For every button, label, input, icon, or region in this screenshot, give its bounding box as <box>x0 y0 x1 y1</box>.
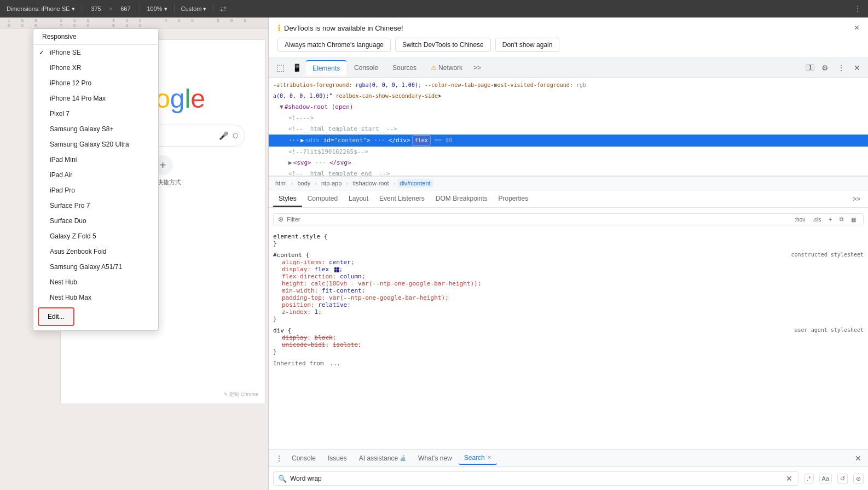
search-tab-close-icon[interactable]: ✕ <box>487 454 491 460</box>
rotate-button[interactable]: ⇄ <box>218 3 229 14</box>
dropdown-item-iphone-xr[interactable]: iPhone XR <box>33 60 158 75</box>
dropdown-item-nest-hub-max[interactable]: Nest Hub Max <box>33 290 158 305</box>
dropdown-item-galaxy-z-fold-5[interactable]: Galaxy Z Fold 5 <box>33 229 158 244</box>
drawer-tab-issues[interactable]: Issues <box>322 452 352 464</box>
tabs-more[interactable]: >> <box>470 62 484 74</box>
div-content-line[interactable]: ··· ▶ <div id="content" > ··· </div> fle… <box>269 135 868 147</box>
breadcrumb-html[interactable]: html <box>273 179 289 188</box>
notification-badge: 1 <box>806 64 814 71</box>
expand-div-icon[interactable]: ▶ <box>300 136 304 145</box>
filter-input[interactable] <box>287 216 789 223</box>
ruler-marks: 100 200 300 400 500 600 700 800 <box>2 18 266 28</box>
dropdown-item-ipad-air[interactable]: iPad Air <box>33 167 158 183</box>
drawer-tab-whats-new[interactable]: What's new <box>413 452 458 464</box>
zoom-label: 100% <box>147 5 162 12</box>
tab-sources[interactable]: Sources <box>386 61 423 75</box>
breadcrumb-sep-1: › <box>291 180 293 186</box>
search-clear-button[interactable]: ✕ <box>785 474 794 483</box>
regex-button[interactable]: .* <box>804 474 813 483</box>
code-attr-text: -attribution-foreground <box>273 80 349 90</box>
tab-layout[interactable]: Layout <box>343 191 374 207</box>
switch-language-button[interactable]: Switch DevTools to Chinese <box>395 38 491 52</box>
drawer-close-button[interactable]: ✕ <box>853 452 864 465</box>
dropdown-item-samsung-a51-71[interactable]: Samsung Galaxy A51/71 <box>33 259 158 275</box>
dropdown-item-surface-duo[interactable]: Surface Duo <box>33 213 158 229</box>
grid-icon <box>334 267 339 272</box>
dimensions-dropdown[interactable]: Dimensions: iPhone SE ▾ <box>4 4 77 14</box>
dropdown-item-samsung-s8plus[interactable]: Samsung Galaxy S8+ <box>33 121 158 137</box>
drawer-tab-console[interactable]: Console <box>286 452 321 464</box>
breadcrumb-ntp-app[interactable]: ntp-app <box>319 179 344 188</box>
edit-button[interactable]: Edit... <box>38 307 74 326</box>
dropdown-item-asus-zenbook-fold[interactable]: Asus Zenbook Fold <box>33 244 158 259</box>
notif-close-button[interactable]: × <box>854 23 859 33</box>
devtools-close-button[interactable]: ✕ <box>850 61 864 74</box>
custom-dropdown[interactable]: Custom ▾ <box>179 4 209 14</box>
element-style-selector: element.style { <box>273 233 327 240</box>
tab-elements[interactable]: Elements <box>306 60 346 75</box>
drawer-tab-search[interactable]: Search ✕ <box>459 452 497 465</box>
expand-icon[interactable]: ▼ <box>280 102 283 112</box>
hov-button[interactable]: :hov <box>792 215 808 224</box>
devtools-more-button[interactable]: ⋮ <box>834 61 848 74</box>
template-end-line: <!--__html_template_end__--> <box>269 168 868 176</box>
tab-properties[interactable]: Properties <box>493 191 534 207</box>
toolbar-separator-2 <box>140 4 140 13</box>
toolbar-separator <box>82 4 82 13</box>
tab-event-listeners[interactable]: Event Listeners <box>374 191 430 207</box>
dropdown-item-iphone-12-pro[interactable]: iPhone 12 Pro <box>33 75 158 91</box>
toolbar-separator-3 <box>174 4 175 13</box>
layout-button[interactable]: ▦ <box>848 215 859 224</box>
tab-console[interactable]: Console <box>348 61 385 75</box>
tab-styles[interactable]: Styles <box>273 191 302 207</box>
breadcrumb-shadow-root[interactable]: #shadow-root <box>350 179 391 188</box>
mic-icon: 🎤 <box>219 131 228 140</box>
case-sensitive-button[interactable]: Aa <box>819 474 832 483</box>
tab-computed[interactable]: Computed <box>302 191 343 207</box>
width-input[interactable] <box>86 5 106 12</box>
shadow-root-line: ▼ #shadow-root (open) <box>269 102 868 113</box>
refresh-button[interactable]: ↺ <box>837 474 848 484</box>
dropdown-item-iphone-se[interactable]: iPhone SE <box>33 45 158 60</box>
three-dots-icon: ··· <box>288 136 299 145</box>
match-language-button[interactable]: Always match Chrome's language <box>277 38 391 52</box>
custom-label: Custom <box>181 5 202 12</box>
height-input[interactable] <box>115 5 135 12</box>
more-button[interactable]: ⋮ <box>852 3 864 14</box>
cancel-search-button[interactable]: ⊘ <box>853 474 864 484</box>
breadcrumb-div-content[interactable]: div#content <box>397 179 432 188</box>
drawer-tab-ai-assistance[interactable]: AI assistance 🔬 <box>354 452 412 464</box>
styles-filter-wrapper: ⊛ :hov .cls + ⧉ ▦ <box>269 208 868 231</box>
dropdown-item-nest-hub[interactable]: Nest Hub <box>33 275 158 290</box>
dropdown-item-surface-pro-7[interactable]: Surface Pro 7 <box>33 198 158 213</box>
align-items-prop: align-items: center; <box>273 259 864 266</box>
dropdown-item-responsive[interactable]: Responsive <box>33 29 158 45</box>
div-close: } <box>273 348 277 355</box>
element-style-close: } <box>273 240 277 247</box>
dropdown-item-ipad-pro[interactable]: iPad Pro <box>33 183 158 198</box>
cls-button[interactable]: .cls <box>810 215 824 224</box>
settings-button[interactable]: ⚙ <box>818 61 832 74</box>
expand-svg-icon[interactable]: ▶ <box>288 158 292 168</box>
device-toggle-button[interactable]: 📱 <box>289 61 305 74</box>
zoom-dropdown[interactable]: 100% ▾ <box>144 4 169 14</box>
dropdown-item-ipad-mini[interactable]: iPad Mini <box>33 152 158 167</box>
search-icon: 🔍 <box>278 475 287 483</box>
svg-line: ▶ <svg> ··· </svg> <box>269 158 868 168</box>
dropdown-item-pixel-7[interactable]: Pixel 7 <box>33 106 158 121</box>
inspect-icon-button[interactable]: ⬚ <box>273 60 288 75</box>
content-close: } <box>273 316 277 323</box>
styles-tabs-more[interactable]: >> <box>849 193 864 205</box>
add-rule-button[interactable]: + <box>826 215 835 224</box>
drawer-menu-button[interactable]: ⋮ <box>273 452 285 465</box>
tab-dom-breakpoints[interactable]: DOM Breakpoints <box>430 191 493 207</box>
dropdown-item-iphone-14-pro-max[interactable]: iPhone 14 Pro Max <box>33 91 158 106</box>
tab-network[interactable]: ⚠Network <box>424 61 469 75</box>
search-input[interactable] <box>290 475 782 482</box>
dont-show-button[interactable]: Don't show again <box>495 38 560 52</box>
copy-button[interactable]: ⧉ <box>837 215 846 224</box>
dropdown-item-samsung-s20-ultra[interactable]: Samsung Galaxy S20 Ultra <box>33 137 158 152</box>
breadcrumb-sep-2: › <box>315 180 317 186</box>
breadcrumb-body[interactable]: body <box>295 179 313 188</box>
z-index-prop: z-index: 1; <box>273 308 864 316</box>
